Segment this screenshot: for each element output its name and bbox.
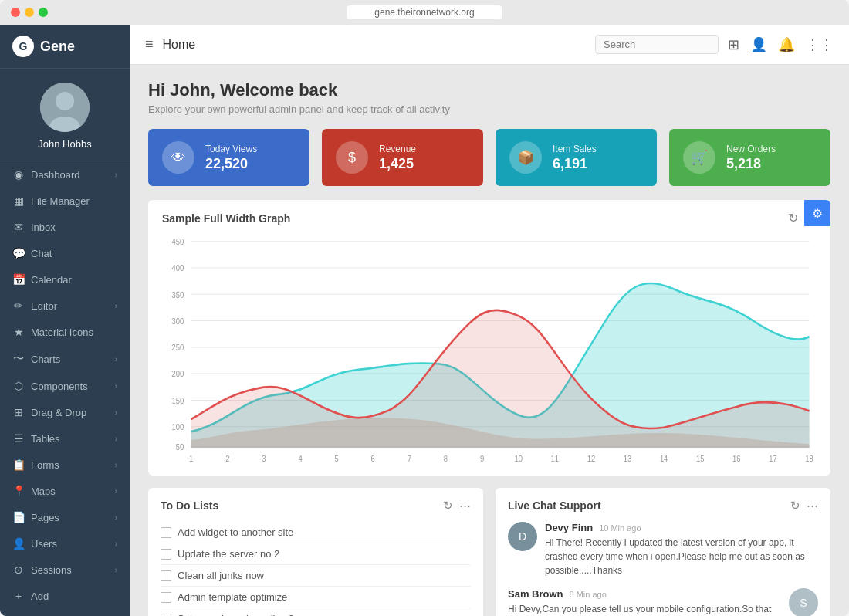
stat-icon-item-sales: 📦: [509, 141, 542, 174]
todo-checkbox-2[interactable]: [161, 570, 171, 581]
chrome-minimize-dot[interactable]: [25, 8, 34, 17]
todo-item-0: Add widget to another site: [161, 522, 471, 543]
sidebar-item-calendar[interactable]: 📅 Calendar: [0, 266, 130, 293]
nav-icon-pages: 📄: [12, 511, 25, 523]
topbar-icons: ⊞ 👤 🔔 ⋮⋮: [728, 36, 834, 53]
nav-item-left: 〜 Charts: [12, 352, 60, 366]
nav-arrow-charts: ›: [115, 355, 117, 364]
sidebar-item-charts[interactable]: 〜 Charts ›: [0, 345, 130, 373]
nav-label-sessions: Sessions: [31, 564, 72, 576]
stat-card-item-sales: 📦 Item Sales 6,191: [496, 129, 657, 186]
notification-icon[interactable]: 🔔: [778, 36, 795, 53]
todo-refresh-icon[interactable]: ↻: [443, 499, 453, 513]
nav-label-drag-drop: Drag & Drop: [31, 407, 86, 418]
chat-content-1: Sam Brown 8 Min ago Hi Devy,Can you plea…: [508, 588, 781, 616]
todo-checkbox-4[interactable]: [161, 614, 171, 617]
sidebar-item-tables[interactable]: ☰ Tables ›: [0, 425, 130, 452]
sidebar-item-chat[interactable]: 💬 Chat: [0, 240, 130, 266]
stat-value-item-sales: 6,191: [553, 156, 597, 172]
nav-icon-editor: ✏: [12, 300, 25, 312]
nav-item-left: 📍 Maps: [12, 485, 56, 497]
chat-text-0: Hi There! Recently I updated the latest …: [545, 536, 818, 577]
todo-more-icon[interactable]: ⋯: [459, 499, 471, 513]
todo-checkbox-0[interactable]: [161, 527, 171, 538]
sidebar-item-dashboard[interactable]: ◉ Dashboard ›: [0, 161, 130, 188]
nav-icon-maps: 📍: [12, 485, 25, 497]
sidebar-profile: John Hobbs: [0, 69, 130, 161]
nav-item-left: ✉ Inbox: [12, 221, 56, 233]
todo-checkbox-1[interactable]: [161, 549, 171, 560]
sidebar-item-pages[interactable]: 📄 Pages ›: [0, 504, 130, 530]
grid-icon[interactable]: ⋮⋮: [806, 36, 834, 53]
stat-label-revenue: Revenue: [379, 144, 416, 154]
url-bar[interactable]: gene.theironnetwork.org: [347, 5, 502, 19]
sidebar-item-forms[interactable]: 📋 Forms ›: [0, 452, 130, 478]
graph-header: Sample Full Width Graph ↻ ⋯: [162, 211, 817, 225]
svg-text:4: 4: [298, 454, 303, 463]
stat-info-item-sales: Item Sales 6,191: [553, 144, 597, 172]
sidebar-item-users[interactable]: 👤 Users ›: [0, 530, 130, 557]
sidebar-item-editor[interactable]: ✏ Editor ›: [0, 293, 130, 319]
sidebar-item-components[interactable]: ⬡ Components ›: [0, 373, 130, 399]
welcome-title: Hi John, Welcome back: [148, 80, 830, 100]
svg-text:450: 450: [172, 237, 184, 246]
svg-text:3: 3: [262, 454, 266, 463]
nav-icon-inbox: ✉: [12, 221, 25, 233]
nav-item-left: + Add: [12, 590, 49, 602]
search-input[interactable]: [595, 35, 719, 54]
svg-text:15: 15: [696, 454, 705, 463]
sidebar-item-maps[interactable]: 📍 Maps ›: [0, 478, 130, 504]
nav-label-tables: Tables: [31, 433, 60, 445]
nav-label-add: Add: [31, 591, 49, 602]
stat-icon-revenue: $: [336, 141, 368, 174]
nav-label-editor: Editor: [31, 300, 57, 312]
nav-label-file-manager: File Manager: [31, 195, 90, 207]
svg-text:8: 8: [444, 454, 448, 463]
nav-item-left: 💬 Chat: [12, 247, 52, 259]
stat-value-today-views: 22,520: [205, 156, 257, 172]
nav-arrow-dashboard: ›: [115, 171, 117, 179]
nav-label-chat: Chat: [31, 248, 52, 259]
nav-label-components: Components: [31, 381, 88, 392]
expand-icon[interactable]: ⊞: [728, 36, 739, 53]
chat-more-icon[interactable]: ⋯: [807, 499, 818, 513]
chrome-close-dot[interactable]: [11, 8, 20, 17]
profile-name: John Hobbs: [38, 138, 91, 150]
chat-content-0: Devy Finn 10 Min ago Hi There! Recently …: [545, 522, 818, 577]
stat-label-item-sales: Item Sales: [553, 144, 597, 154]
todo-label-4: Set record on piano tiles 2: [178, 613, 294, 616]
sidebar-item-sessions[interactable]: ⊙ Sessions ›: [0, 557, 130, 583]
sidebar-item-add[interactable]: + Add: [0, 583, 130, 609]
todo-checkbox-3[interactable]: [161, 592, 171, 603]
refresh-icon[interactable]: ↻: [788, 211, 798, 225]
menu-icon[interactable]: ≡: [145, 36, 154, 52]
nav-item-left: 📋 Forms: [12, 459, 59, 471]
sidebar-item-file-manager[interactable]: ▦ File Manager: [0, 188, 130, 214]
svg-text:2: 2: [225, 454, 230, 463]
svg-text:1: 1: [189, 454, 194, 463]
svg-point-1: [56, 92, 74, 110]
stat-info-new-orders: New Orders 5,218: [726, 144, 776, 172]
nav-item-left: ✏ Editor: [12, 300, 57, 312]
account-icon[interactable]: 👤: [750, 36, 767, 53]
todo-header: To Do Lists ↻ ⋯: [161, 499, 471, 513]
chrome-maximize-dot[interactable]: [39, 8, 48, 17]
nav-icon-sessions: ⊙: [12, 564, 25, 576]
sidebar-item-material-icons[interactable]: ★ Material Icons: [0, 319, 130, 345]
nav-arrow-pages: ›: [115, 513, 117, 522]
avatar: [40, 83, 90, 132]
chat-messages: D Devy Finn 10 Min ago Hi There! Recentl…: [508, 522, 818, 616]
svg-text:100: 100: [172, 422, 184, 432]
sidebar-item-inbox[interactable]: ✉ Inbox: [0, 214, 130, 240]
stat-cards: 👁 Today Views 22,520 $ Revenue 1,425 📦 I…: [148, 129, 830, 186]
svg-text:10: 10: [514, 454, 523, 463]
chat-message-1: S Sam Brown 8 Min ago Hi Devy,Can you pl…: [508, 588, 818, 616]
sidebar-item-drag-drop[interactable]: ⊞ Drag & Drop ›: [0, 399, 130, 425]
sidebar: G Gene John Hobbs ◉ Dashboard ›: [0, 25, 130, 616]
chat-refresh-icon[interactable]: ↻: [790, 499, 800, 513]
main-area: ≡ Home ⊞ 👤 🔔 ⋮⋮ Hi John, Welcome back Ex…: [130, 25, 849, 616]
graph-settings-button[interactable]: ⚙: [804, 200, 830, 226]
stat-icon-new-orders: 🛒: [683, 141, 715, 174]
nav-arrow-maps: ›: [115, 487, 117, 496]
chat-avatar-1: S: [789, 588, 818, 616]
